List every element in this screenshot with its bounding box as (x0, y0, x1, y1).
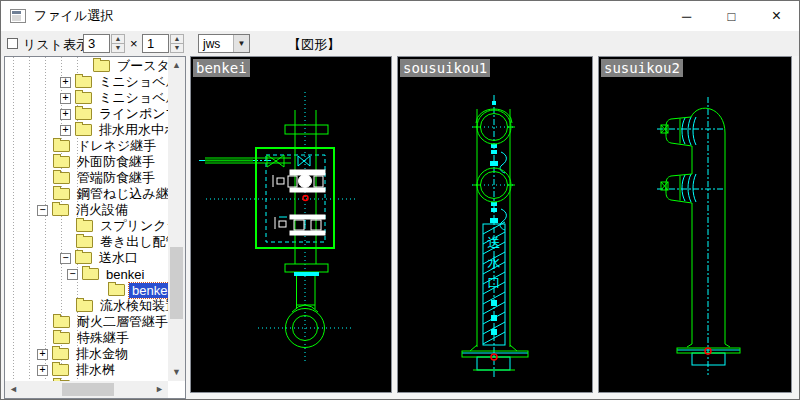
tree-item[interactable]: +排水桝 (5, 362, 168, 378)
tree-item[interactable]: ブースター (5, 58, 168, 74)
close-button[interactable]: × (754, 2, 799, 31)
preview-susuikou2[interactable]: susuikou2 (598, 56, 792, 393)
dropdown-arrow-icon[interactable]: ▼ (233, 35, 249, 52)
file-select-dialog: ファイル選択 ─ □ × リスト表示 3 ▲ ▼ × 1 ▲ ▼ jws ▼ 【… (0, 0, 800, 400)
figure-caption: 【図形】 (288, 36, 340, 54)
collapse-minus-icon[interactable]: − (60, 253, 71, 264)
preview-benkei[interactable]: benkei (190, 56, 392, 393)
folder-icon (53, 332, 70, 344)
tree-item-label[interactable]: benkei (129, 283, 168, 298)
preview-label: sousuikou1 (400, 59, 490, 77)
app-icon (10, 9, 26, 23)
tree-item[interactable]: 外面防食継手 (5, 154, 168, 170)
folder-tree-panel: ブースター+ミニショベル00+ミニショベル-0+ラインポンプ 3:+排水用水中ポ… (4, 56, 186, 399)
horizontal-scroll-thumb[interactable] (62, 383, 114, 396)
plate-char: 送 (488, 235, 501, 250)
folder-icon (53, 156, 70, 168)
scroll-down-icon[interactable]: ▼ (168, 364, 185, 381)
rows-input[interactable]: 1 (142, 34, 169, 53)
folder-icon (75, 92, 92, 104)
preview-label: benkei (193, 59, 250, 77)
folder-icon (53, 188, 70, 200)
rows-down-button[interactable]: ▼ (170, 44, 184, 53)
scroll-up-icon[interactable]: ▲ (168, 57, 185, 74)
tree-item[interactable]: 巻き出し配管 (5, 234, 168, 250)
folder-icon (82, 268, 99, 280)
close-icon: × (772, 7, 781, 25)
grid-times-label: × (130, 36, 138, 51)
cad-drawing-sousuikou1: 送 水 口 (398, 57, 592, 392)
folder-icon (52, 204, 69, 216)
folder-icon (75, 108, 92, 120)
tree-item[interactable]: +ラインポンプ 3: (5, 106, 168, 122)
title-bar: ファイル選択 ─ □ × (1, 1, 799, 31)
columns-spinner: 3 ▲ ▼ (83, 34, 125, 53)
columns-input[interactable]: 3 (83, 34, 110, 53)
folder-icon (108, 284, 125, 296)
columns-down-button[interactable]: ▼ (111, 44, 125, 53)
folder-icon (75, 76, 92, 88)
tree-vertical-scrollbar[interactable]: ▲ ▼ (168, 57, 185, 381)
tree-item[interactable]: +ミニショベル-0 (5, 90, 168, 106)
tree-item[interactable]: 耐火二層管継手 (5, 314, 168, 330)
tree-item[interactable]: +ミニショベル00 (5, 74, 168, 90)
expand-plus-icon[interactable]: + (37, 349, 48, 360)
cad-drawing-benkei (191, 57, 391, 392)
minimize-button[interactable]: ─ (664, 2, 709, 31)
collapse-minus-icon[interactable]: − (37, 205, 48, 216)
tree-item[interactable]: 特殊継手 (5, 330, 168, 346)
folder-icon (52, 348, 69, 360)
list-view-checkbox[interactable] (7, 38, 18, 49)
tree-item[interactable]: −消火設備 (5, 202, 168, 218)
folder-icon (53, 316, 70, 328)
tree-item[interactable]: 管端防食継手 (5, 170, 168, 186)
rows-spinner: 1 ▲ ▼ (142, 34, 184, 53)
tree-item[interactable]: −送水口 (5, 250, 168, 266)
expand-plus-icon[interactable]: + (60, 125, 71, 136)
filetype-dropdown[interactable]: jws ▼ (198, 34, 250, 53)
tree-item[interactable]: スプリンクラー (5, 218, 168, 234)
expand-plus-icon[interactable]: + (60, 109, 71, 120)
folder-icon (52, 364, 69, 376)
folder-icon (76, 220, 93, 232)
folder-icon (75, 252, 92, 264)
plate-char: 水 (488, 255, 501, 270)
folder-icon (76, 300, 93, 312)
rows-up-button[interactable]: ▲ (170, 34, 184, 44)
plate-char: 口 (488, 275, 501, 290)
tree-item[interactable]: ドレネジ継手 (5, 138, 168, 154)
scroll-right-icon[interactable]: ► (151, 381, 168, 398)
expand-plus-icon[interactable]: + (60, 77, 71, 88)
cad-drawing-susuikou2 (599, 57, 791, 392)
tree-item[interactable]: 流水検知装置 (5, 298, 168, 314)
folder-icon (75, 124, 92, 136)
folder-icon (76, 236, 93, 248)
folder-icon (53, 140, 70, 152)
filetype-value: jws (199, 35, 233, 52)
content-area: ブースター+ミニショベル00+ミニショベル-0+ラインポンプ 3:+排水用水中ポ… (1, 56, 799, 399)
columns-up-button[interactable]: ▲ (111, 34, 125, 44)
tree-item-label[interactable]: 送水口 (96, 249, 141, 267)
preview-sousuikou1[interactable]: 送 水 口 sousuikou1 (397, 56, 593, 393)
tree-item[interactable]: 鋼管ねじ込み継手 (5, 186, 168, 202)
scroll-left-icon[interactable]: ◄ (5, 381, 22, 398)
maximize-button[interactable]: □ (709, 2, 754, 31)
folder-tree: ブースター+ミニショベル00+ミニショベル-0+ラインポンプ 3:+排水用水中ポ… (5, 58, 168, 381)
tree-item-label[interactable]: 排水桝 (73, 361, 118, 379)
expand-plus-icon[interactable]: + (60, 93, 71, 104)
tree-item[interactable]: benkei (5, 282, 168, 298)
expand-plus-icon[interactable]: + (37, 365, 48, 376)
folder-icon (93, 60, 110, 72)
tree-item[interactable]: +排水金物 (5, 346, 168, 362)
tree-item[interactable]: −benkei (5, 266, 168, 282)
preview-label: susuikou2 (601, 59, 683, 77)
tree-item-label[interactable]: benkei (103, 267, 147, 282)
toolbar: リスト表示 3 ▲ ▼ × 1 ▲ ▼ jws ▼ 【図形】 (1, 31, 799, 56)
list-view-label: リスト表示 (23, 36, 89, 54)
tree-horizontal-scrollbar[interactable]: ◄ ► (5, 381, 168, 398)
tree-item[interactable]: +排水用水中ポン (5, 122, 168, 138)
collapse-minus-icon[interactable]: − (67, 269, 78, 280)
minimize-icon: ─ (682, 9, 691, 24)
folder-icon (53, 172, 70, 184)
vertical-scroll-thumb[interactable] (170, 247, 183, 319)
